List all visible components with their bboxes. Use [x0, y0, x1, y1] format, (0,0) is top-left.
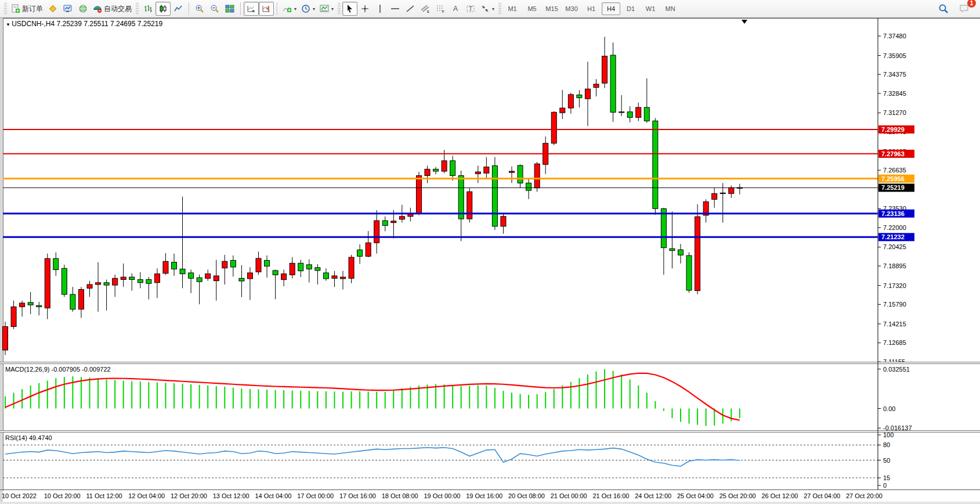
time-label: 10 Oct 2022: [2, 492, 37, 499]
toolbar-grip: [4, 3, 7, 15]
tile-windows-icon: [225, 4, 234, 13]
text-label-tool-button[interactable]: T: [463, 2, 478, 16]
vertical-line-icon: [375, 4, 385, 13]
svg-text:A: A: [453, 5, 458, 13]
templates-button[interactable]: ▾: [317, 2, 336, 16]
cursor-tool-button[interactable]: [342, 2, 357, 16]
time-label: 21 Oct 16:00: [593, 492, 630, 499]
time-label: 19 Oct 16:00: [466, 492, 502, 499]
channel-tool-button[interactable]: E: [418, 2, 433, 16]
dropdown-caret: ▾: [313, 6, 315, 12]
line-chart-mode-button[interactable]: [171, 2, 186, 16]
horizontal-line-tool-button[interactable]: [388, 2, 403, 16]
equidistant-channel-icon: E: [421, 4, 430, 13]
rsi-tick: 80: [883, 441, 890, 448]
price-tick: 7.34375: [883, 71, 906, 78]
price-tag-icon: [48, 4, 57, 13]
timeframe-d1[interactable]: D1: [621, 2, 640, 15]
arrows-icon: [480, 4, 490, 13]
fibonacci-tool-button[interactable]: F: [433, 2, 448, 16]
text-label-icon: T: [466, 4, 475, 13]
trendline-tool-button[interactable]: [403, 2, 418, 16]
chart-canvas[interactable]: 7.374807.359057.343757.328457.312707.297…: [0, 18, 980, 504]
new-order-button[interactable]: 新订单: [9, 2, 45, 16]
mt4-window: { "toolbar": { "new_order_label": "新订单",…: [0, 0, 980, 504]
price-tick: 7.18895: [883, 262, 906, 269]
toolbar-grip: [338, 3, 341, 15]
time-label: 20 Oct 08:00: [508, 492, 545, 499]
time-label: 14 Oct 04:00: [255, 492, 292, 499]
price-label: 7.21232: [881, 233, 905, 240]
rsi-tick: 0: [883, 482, 887, 489]
crosshair-tool-button[interactable]: [357, 2, 373, 16]
timeframe-m15[interactable]: M15: [543, 2, 561, 15]
notifications-button[interactable]: 1: [957, 2, 972, 16]
price-tick: 7.15790: [883, 301, 906, 308]
time-label: 27 Oct 20:00: [846, 492, 883, 499]
toolbar-separator: [277, 2, 277, 15]
trendline-icon: [406, 4, 415, 13]
arrows-tool-button[interactable]: ▾: [478, 2, 497, 16]
time-label: 25 Oct 20:00: [719, 492, 756, 499]
line-chart-icon: [173, 4, 183, 13]
rsi-tick: 50: [883, 457, 890, 464]
toolbar-separator: [240, 2, 241, 15]
chart-window: 7.374807.359057.343757.328457.312707.297…: [0, 18, 980, 504]
price-tick: 7.12685: [883, 339, 906, 346]
price-tick: 7.22000: [883, 224, 906, 231]
rsi-tick: 100: [883, 431, 894, 438]
macd-label: MACD(12,26,9) -0.007905 -0.009722: [5, 366, 111, 373]
terminal-icon: [63, 4, 73, 13]
ohlc-bars-icon: [143, 4, 153, 13]
periods-button[interactable]: ▾: [299, 2, 317, 16]
macd-tick: 0.032551: [883, 366, 910, 373]
timeframe-m30[interactable]: M30: [562, 2, 581, 15]
time-label: 17 Oct 00:00: [297, 492, 334, 499]
price-tick: 7.17320: [883, 282, 906, 289]
zoom-in-icon: [195, 4, 204, 13]
search-icon: [938, 3, 949, 14]
timeframe-m5[interactable]: M5: [523, 2, 541, 15]
news-button[interactable]: [75, 2, 91, 16]
timeframe-h4[interactable]: H4: [602, 2, 620, 15]
cursor-icon: [345, 4, 355, 13]
bar-chart-mode-button[interactable]: [140, 2, 156, 16]
toolbar: 新订单 自动交易: [0, 0, 980, 18]
price-tick: 7.14215: [883, 321, 906, 327]
price-label: 7.23136: [881, 210, 905, 217]
timeframe-m1[interactable]: M1: [503, 2, 522, 15]
indicators-button[interactable]: ▾: [280, 2, 299, 16]
svg-text:F: F: [442, 10, 444, 13]
candlestick-icon: [158, 4, 168, 13]
toolbar-grip: [136, 3, 139, 15]
price-label: 7.25219: [881, 184, 905, 191]
quotes-button[interactable]: [45, 2, 60, 16]
vertical-line-tool-button[interactable]: [373, 2, 388, 16]
zoom-in-button[interactable]: [192, 2, 207, 16]
search-button[interactable]: [936, 2, 951, 16]
time-label: 25 Oct 04:00: [677, 492, 714, 499]
time-label: 12 Oct 20:00: [171, 492, 207, 499]
timeframe-h1[interactable]: H1: [582, 2, 601, 15]
chart-shift-button[interactable]: [259, 2, 274, 16]
price-label: 7.25956: [881, 175, 905, 182]
rsi-tick: 15: [883, 474, 890, 481]
time-label: 21 Oct 00:00: [551, 492, 587, 499]
candlestick-mode-button[interactable]: [156, 2, 171, 16]
auto-scroll-button[interactable]: [244, 2, 259, 16]
timeframe-w1[interactable]: W1: [641, 2, 660, 15]
text-tool-button[interactable]: A: [448, 2, 463, 16]
svg-text:T: T: [469, 6, 472, 12]
tile-windows-button[interactable]: [222, 2, 237, 16]
toolbar-right: 1: [936, 2, 978, 16]
dropdown-caret: ▾: [331, 6, 334, 12]
terminal-button[interactable]: [60, 2, 75, 16]
zoom-out-icon: [210, 4, 219, 13]
autotrading-button[interactable]: 自动交易: [91, 2, 134, 16]
zoom-out-button[interactable]: [207, 2, 222, 16]
price-tick: 7.26635: [883, 167, 906, 174]
timeframe-mn[interactable]: MN: [661, 2, 679, 15]
price-tick: 7.35905: [883, 52, 906, 59]
text-icon: A: [451, 4, 460, 13]
template-icon: [320, 4, 329, 13]
